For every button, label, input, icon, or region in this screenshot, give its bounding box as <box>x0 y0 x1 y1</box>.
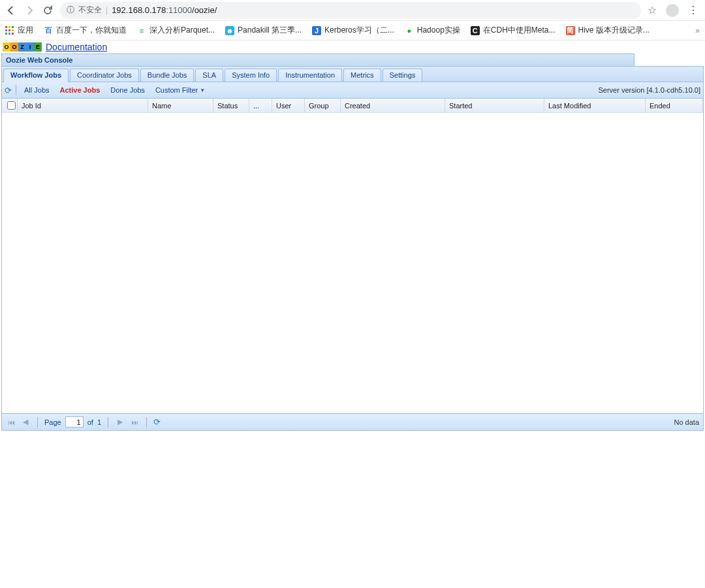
server-version: Server version [4.1.0-cdh5.10.0] <box>598 86 700 94</box>
console-title: Oozie Web Console <box>1 54 634 66</box>
page-number-input[interactable] <box>65 416 84 427</box>
tab-strip: Workflow JobsCoordinator JobsBundle Jobs… <box>2 67 703 82</box>
tab-sla[interactable]: SLA <box>195 69 223 82</box>
bookmark-label: Pandakill 第三季... <box>238 25 302 36</box>
bookmarks-overflow-icon[interactable]: » <box>695 26 700 35</box>
column-user[interactable]: User <box>272 99 305 112</box>
column-name[interactable]: Name <box>148 99 213 112</box>
bookmark-favicon-icon: ☻ <box>225 26 234 35</box>
bookmark-favicon-icon: 简 <box>566 26 575 35</box>
separator: | <box>106 6 108 15</box>
select-all-checkbox[interactable] <box>7 101 16 110</box>
tab-workflow-jobs[interactable]: Workflow Jobs <box>3 69 69 82</box>
menu-dots-icon[interactable]: ⋮ <box>688 4 700 16</box>
column-created[interactable]: Created <box>341 99 445 112</box>
chevron-down-icon: ▼ <box>200 87 205 93</box>
info-icon: ⓘ <box>67 5 74 16</box>
bookmarks-bar: 应用 百百度一下，你就知道≡深入分析Parquet...☻Pandakill 第… <box>0 21 705 40</box>
tab-system-info[interactable]: System Info <box>225 69 277 82</box>
reload-button[interactable] <box>42 5 54 16</box>
column-ellipsis[interactable]: ... <box>249 99 272 112</box>
column-modified[interactable]: Last Modified <box>544 99 646 112</box>
forward-button[interactable] <box>24 5 35 16</box>
tab-metrics[interactable]: Metrics <box>343 69 381 82</box>
refresh-icon[interactable]: ⟳ <box>5 85 12 95</box>
column-status[interactable]: Status <box>213 99 249 112</box>
oozie-logo-icon: OOZIE <box>3 42 42 52</box>
page-prev-icon[interactable]: ◀ <box>20 417 31 427</box>
browser-right-icons: ☆ ⋮ <box>648 4 700 17</box>
page-first-icon[interactable]: ⏮ <box>6 417 16 427</box>
insecure-label: 不安全 <box>78 5 102 16</box>
bookmark-favicon-icon: ● <box>405 26 414 35</box>
oozie-header: OOZIE Documentation <box>0 40 705 54</box>
toolbar-separator <box>16 85 16 95</box>
profile-avatar-icon[interactable] <box>666 4 679 17</box>
filter-done-jobs[interactable]: Done Jobs <box>106 85 149 95</box>
tab-coordinator-jobs[interactable]: Coordinator Jobs <box>70 69 139 82</box>
back-button[interactable] <box>5 5 17 16</box>
page-last-icon[interactable]: ⏭ <box>129 417 140 427</box>
column-checkbox[interactable] <box>2 99 18 112</box>
bookmark-item[interactable]: 简Hive 版本升级记录... <box>566 25 650 36</box>
column-group[interactable]: Group <box>305 99 341 112</box>
page-total: 1 <box>97 418 101 426</box>
tab-settings[interactable]: Settings <box>383 69 423 82</box>
address-bar[interactable]: ⓘ 不安全 | 192.168.0.178:11000/oozie/ <box>60 2 641 19</box>
bookmark-favicon-icon: 百 <box>44 26 53 35</box>
bookmark-favicon-icon: ≡ <box>137 26 146 35</box>
grid-toolbar: ⟳ All Jobs Active Jobs Done Jobs Custom … <box>2 82 703 99</box>
console-panel: Workflow JobsCoordinator JobsBundle Jobs… <box>1 66 704 431</box>
apps-label: 应用 <box>18 25 33 36</box>
bookmark-label: 深入分析Parquet... <box>149 25 215 36</box>
column-started[interactable]: Started <box>445 99 544 112</box>
grid-body-empty <box>2 113 703 413</box>
apps-grid-icon <box>5 26 14 35</box>
bookmark-item[interactable]: C在CDH中使用Meta... <box>471 25 556 36</box>
bookmark-item[interactable]: ≡深入分析Parquet... <box>137 25 215 36</box>
filter-active-jobs[interactable]: Active Jobs <box>56 85 104 95</box>
column-ended[interactable]: Ended <box>646 99 703 112</box>
bookmark-label: 在CDH中使用Meta... <box>483 25 556 36</box>
bookmark-item[interactable]: 百百度一下，你就知道 <box>44 25 127 36</box>
tab-bundle-jobs[interactable]: Bundle Jobs <box>140 69 195 82</box>
browser-toolbar: ⓘ 不安全 | 192.168.0.178:11000/oozie/ ☆ ⋮ <box>0 0 705 21</box>
filter-custom[interactable]: Custom Filter ▼ <box>151 85 209 95</box>
bookmark-star-icon[interactable]: ☆ <box>648 4 657 16</box>
page-of-label: of <box>87 418 93 426</box>
bookmark-label: 百度一下，你就知道 <box>56 25 127 36</box>
paging-toolbar: ⏮ ◀ Page of 1 ▶ ⏭ ⟳ No data <box>2 413 703 430</box>
bookmark-label: Hadoop实操 <box>417 25 460 36</box>
page-refresh-icon[interactable]: ⟳ <box>153 417 161 427</box>
page-label: Page <box>44 418 61 426</box>
bookmark-item[interactable]: ●Hadoop实操 <box>405 25 460 36</box>
tab-instrumentation[interactable]: Instrumentation <box>278 69 342 82</box>
column-jobid[interactable]: Job Id <box>18 99 148 112</box>
grid-header: Job Id Name Status ... User Group Create… <box>2 99 703 113</box>
bookmark-favicon-icon: J <box>312 26 321 35</box>
page-next-icon[interactable]: ▶ <box>115 417 125 427</box>
filter-all-jobs[interactable]: All Jobs <box>20 85 54 95</box>
paging-status: No data <box>674 418 699 426</box>
bookmark-favicon-icon: C <box>471 26 480 35</box>
bookmark-label: Hive 版本升级记录... <box>578 25 650 36</box>
bookmark-item[interactable]: ☻Pandakill 第三季... <box>225 25 302 36</box>
bookmark-item[interactable]: JKerberos学习（二... <box>312 25 394 36</box>
url-text: 192.168.0.178:11000/oozie/ <box>112 5 217 15</box>
apps-button[interactable]: 应用 <box>5 25 33 36</box>
bookmark-label: Kerberos学习（二... <box>324 25 394 36</box>
documentation-link[interactable]: Documentation <box>46 42 107 52</box>
